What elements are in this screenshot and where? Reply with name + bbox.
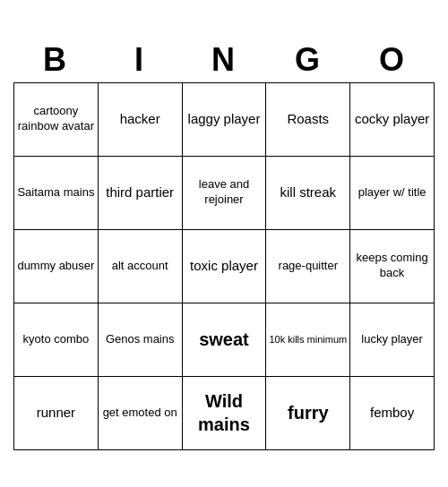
header-b: B xyxy=(13,38,98,82)
bingo-cell: Roasts xyxy=(266,83,350,157)
bingo-cell: cartoony rainbow avatar xyxy=(14,83,99,157)
bingo-cell: third partier xyxy=(99,157,183,230)
bingo-cell: kill streak xyxy=(266,157,350,230)
bingo-cell: keeps coming back xyxy=(350,230,435,303)
bingo-cell: femboy xyxy=(350,377,435,450)
header-o: O xyxy=(350,38,435,82)
bingo-cell: dummy abuser xyxy=(14,230,99,303)
bingo-cell: 10k kills minimum xyxy=(266,303,350,377)
bingo-cell: furry xyxy=(266,377,350,450)
bingo-cell: sweat xyxy=(183,303,267,377)
bingo-cell: leave and rejoiner xyxy=(183,157,267,230)
bingo-cell: lucky player xyxy=(350,303,435,377)
bingo-cell: laggy player xyxy=(183,83,267,157)
bingo-cell: toxic player xyxy=(183,230,267,303)
bingo-cell: Wild mains xyxy=(183,377,267,450)
bingo-cell: player w/ title xyxy=(350,157,435,230)
bingo-cell: Genos mains xyxy=(99,303,183,377)
bingo-cell: cocky player xyxy=(350,83,435,157)
bingo-header: B I N G O xyxy=(13,38,435,82)
bingo-card: B I N G O cartoony rainbow avatarhackerl… xyxy=(13,38,435,450)
bingo-cell: runner xyxy=(14,377,99,450)
bingo-cell: kyoto combo xyxy=(14,303,99,377)
bingo-cell: get emoted on xyxy=(99,377,183,450)
bingo-cell: hacker xyxy=(99,83,183,157)
bingo-cell: Saitama mains xyxy=(14,157,99,230)
header-g: G xyxy=(266,38,350,82)
bingo-cell: rage-quitter xyxy=(266,230,350,303)
bingo-grid: cartoony rainbow avatarhackerlaggy playe… xyxy=(13,82,435,450)
bingo-cell: alt account xyxy=(99,230,183,303)
header-i: I xyxy=(98,38,182,82)
header-n: N xyxy=(182,38,266,82)
